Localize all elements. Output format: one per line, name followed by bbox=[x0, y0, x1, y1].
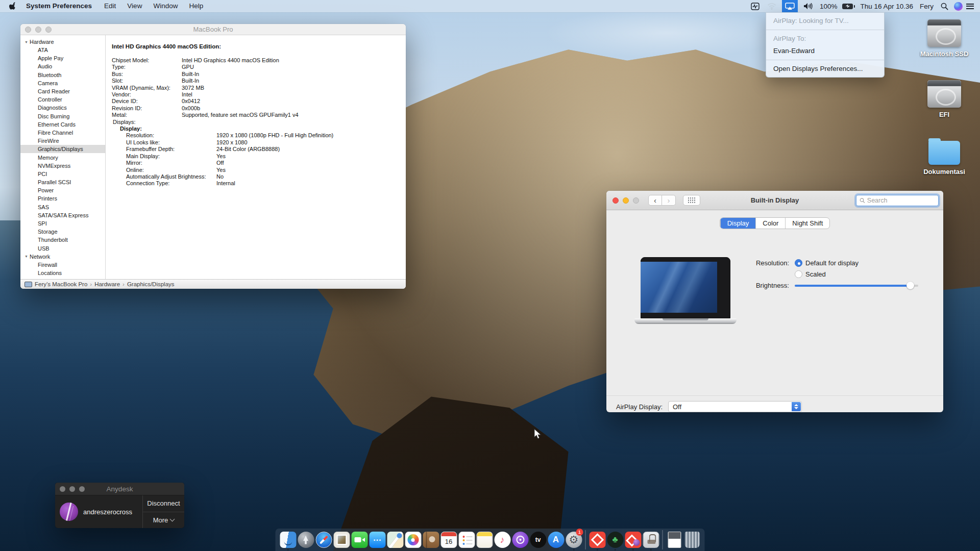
sidebar-item-sas[interactable]: SAS bbox=[20, 203, 105, 211]
airplay-icon[interactable] bbox=[782, 0, 798, 12]
sidebar-item-graphics-displays[interactable]: Graphics/Displays bbox=[20, 145, 105, 153]
sysinfo-titlebar[interactable]: MacBook Pro bbox=[20, 24, 406, 35]
anydesk-titlebar[interactable]: Anydesk bbox=[55, 483, 184, 495]
sidebar-item-card-reader[interactable]: Card Reader bbox=[20, 87, 105, 95]
siri-icon[interactable] bbox=[954, 2, 963, 11]
radio-default-for-display[interactable] bbox=[795, 259, 802, 267]
dock-trash-icon[interactable] bbox=[684, 530, 701, 550]
sidebar-item-diagnostics[interactable]: Diagnostics bbox=[20, 104, 105, 112]
battery-icon[interactable] bbox=[842, 4, 855, 9]
sidebar-item-volumes[interactable]: Volumes bbox=[20, 277, 105, 279]
dock-finder-icon[interactable] bbox=[280, 530, 297, 550]
dock-mail-icon[interactable] bbox=[333, 530, 350, 550]
radio-scaled-label[interactable]: Scaled bbox=[805, 270, 826, 278]
sidebar-item-firewire[interactable]: FireWire bbox=[20, 137, 105, 145]
fast-user-switch[interactable]: Fery bbox=[918, 3, 935, 10]
forward-button[interactable]: › bbox=[662, 195, 676, 206]
dock-clover-app-icon[interactable]: ♣ bbox=[607, 530, 624, 550]
dock-calendar-icon[interactable]: 16 bbox=[440, 530, 457, 550]
dock-maps-icon[interactable] bbox=[387, 530, 404, 550]
dock-dock-separator[interactable] bbox=[660, 530, 665, 550]
sidebar-item-disc-burning[interactable]: Disc Burning bbox=[20, 112, 105, 120]
dock-reminders-icon[interactable] bbox=[458, 530, 475, 550]
sidebar-item-bluetooth[interactable]: Bluetooth bbox=[20, 71, 105, 79]
desktop-icon-dokumentasi[interactable]: Dokumentasi bbox=[923, 141, 965, 176]
airplay-device-evan-edward[interactable]: Evan-Edward bbox=[766, 45, 884, 57]
sidebar-item-apple-pay[interactable]: Apple Pay bbox=[20, 54, 105, 62]
dock-archive-utility-icon[interactable] bbox=[643, 530, 659, 550]
show-all-button[interactable] bbox=[683, 195, 700, 206]
desktop-icon-efi[interactable]: EFI bbox=[927, 80, 961, 118]
dock-app-store-icon[interactable]: A bbox=[548, 530, 565, 550]
dock-document-icon[interactable] bbox=[666, 530, 683, 550]
more-button[interactable]: More bbox=[143, 512, 184, 529]
dock-system-preferences-icon[interactable]: ⚙ 1 bbox=[566, 530, 582, 550]
detail-row: Slot:Built-In bbox=[112, 78, 406, 84]
sidebar-item-usb[interactable]: USB bbox=[20, 244, 105, 253]
sidebar-group-network[interactable]: ▼ Network bbox=[20, 253, 105, 261]
sidebar-item-firewall[interactable]: Firewall bbox=[20, 261, 105, 269]
laptop-base bbox=[634, 318, 737, 324]
sidebar-item-ata[interactable]: ATA bbox=[20, 46, 105, 54]
sidebar-item-locations[interactable]: Locations bbox=[20, 269, 105, 277]
dock-podcasts-icon[interactable] bbox=[512, 530, 529, 550]
wifi-icon[interactable] bbox=[765, 0, 778, 12]
disclosure-triangle-icon[interactable]: ▼ bbox=[24, 255, 28, 258]
disclosure-triangle-icon[interactable]: ▼ bbox=[24, 40, 28, 44]
tab-color[interactable]: Color bbox=[755, 218, 785, 229]
open-displays-preferences-item[interactable]: Open Displays Preferences... bbox=[766, 63, 884, 75]
back-button[interactable]: ‹ bbox=[648, 195, 662, 206]
sidebar-item-memory[interactable]: Memory bbox=[20, 153, 105, 161]
app-menu-title[interactable]: System Preferences bbox=[20, 0, 97, 12]
sidebar-item-controller[interactable]: Controller bbox=[20, 95, 105, 104]
tab-night-shift[interactable]: Night Shift bbox=[785, 218, 829, 229]
volume-icon[interactable] bbox=[801, 0, 815, 12]
dock-messages-icon[interactable]: … bbox=[369, 530, 386, 550]
desktop-icon-macintosh-ssd[interactable]: Macintosh SSD bbox=[920, 19, 969, 58]
zoom-button[interactable] bbox=[633, 197, 639, 204]
sidebar-item-fibre-channel[interactable]: Fibre Channel bbox=[20, 129, 105, 137]
dock-anydesk-alt-icon[interactable] bbox=[625, 530, 642, 550]
dock-contacts-icon[interactable] bbox=[423, 530, 439, 550]
displays-preferences-window: Built-in Display ‹ › DisplayColorNight S… bbox=[606, 191, 943, 412]
sidebar-item-thunderbolt[interactable]: Thunderbolt bbox=[20, 236, 105, 244]
dock-launchpad-icon[interactable] bbox=[298, 530, 314, 550]
brightness-slider-knob[interactable] bbox=[906, 282, 914, 289]
sidebar-item-sata-sata-express[interactable]: SATA/SATA Express bbox=[20, 211, 105, 219]
dock-safari-icon[interactable] bbox=[315, 530, 332, 550]
dock-dock-separator[interactable] bbox=[583, 530, 588, 550]
sidebar-item-parallel-scsi[interactable]: Parallel SCSI bbox=[20, 178, 105, 186]
sidebar-group-hardware[interactable]: ▼ Hardware bbox=[20, 38, 105, 46]
tab-display[interactable]: Display bbox=[720, 218, 756, 229]
brightness-slider[interactable] bbox=[795, 282, 918, 289]
sidebar-item-pci[interactable]: PCI bbox=[20, 170, 105, 178]
close-button[interactable] bbox=[612, 197, 619, 204]
sidebar-item-storage[interactable]: Storage bbox=[20, 228, 105, 236]
apple-menu[interactable] bbox=[6, 2, 19, 10]
activity-monitor-icon[interactable] bbox=[749, 0, 762, 12]
sidebar-item-spi[interactable]: SPI bbox=[20, 219, 105, 228]
airplay-display-dropdown[interactable]: Off bbox=[668, 401, 802, 412]
notification-center-icon[interactable] bbox=[966, 4, 974, 9]
radio-scaled[interactable] bbox=[795, 270, 802, 278]
sidebar-item-power[interactable]: Power bbox=[20, 186, 105, 194]
dock-anydesk-icon[interactable] bbox=[589, 530, 606, 550]
search-input[interactable] bbox=[867, 197, 935, 204]
dock-facetime-icon[interactable] bbox=[351, 530, 368, 550]
dock-apple-tv-icon[interactable]: tv bbox=[530, 530, 547, 550]
minimize-button[interactable] bbox=[623, 197, 629, 204]
dock-photos-icon[interactable] bbox=[405, 530, 422, 550]
menu-bar-clock[interactable]: Thu 16 Apr 10.36 bbox=[859, 3, 915, 10]
prefs-titlebar[interactable]: Built-in Display ‹ › bbox=[606, 191, 943, 210]
dock-notes-icon[interactable] bbox=[476, 530, 493, 550]
radio-default-label[interactable]: Default for display bbox=[805, 259, 859, 267]
disconnect-button[interactable]: Disconnect bbox=[143, 495, 184, 512]
sidebar-item-nvmexpress[interactable]: NVMExpress bbox=[20, 162, 105, 170]
dock-music-icon[interactable]: ♪ bbox=[494, 530, 511, 550]
spotlight-icon[interactable] bbox=[939, 0, 950, 12]
search-field[interactable] bbox=[856, 195, 939, 206]
sidebar-item-printers[interactable]: Printers bbox=[20, 194, 105, 203]
sidebar-item-ethernet-cards[interactable]: Ethernet Cards bbox=[20, 120, 105, 129]
sidebar-item-camera[interactable]: Camera bbox=[20, 79, 105, 87]
sidebar-item-audio[interactable]: Audio bbox=[20, 62, 105, 70]
